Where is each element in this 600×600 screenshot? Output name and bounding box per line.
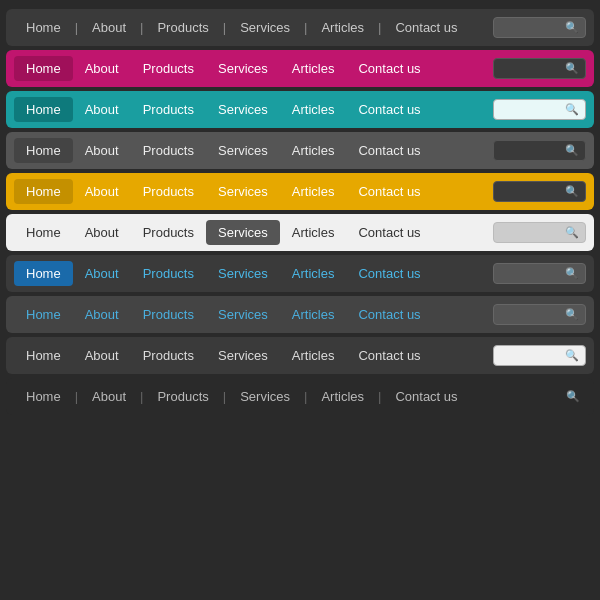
search-box-row6[interactable]: 🔍 [493, 222, 586, 243]
search-icon-row2[interactable]: 🔍 [565, 62, 579, 75]
search-box-row4[interactable]: 🔍 [493, 140, 586, 161]
nav-item-home-row8[interactable]: Home [14, 302, 73, 327]
nav-item-about-row6[interactable]: About [73, 220, 131, 245]
nav-item-products-row3[interactable]: Products [131, 97, 206, 122]
separator-0-3: | [221, 20, 228, 35]
nav-item-articles-row5[interactable]: Articles [280, 179, 347, 204]
search-box-row7[interactable]: 🔍 [493, 263, 586, 284]
search-box-row5[interactable]: 🔍 [493, 181, 586, 202]
nav-item-home-row1[interactable]: Home [14, 15, 73, 40]
nav-item-products-row4[interactable]: Products [131, 138, 206, 163]
separator-9-1: | [73, 389, 80, 404]
search-input-row2[interactable] [500, 63, 565, 75]
search-icon-row6[interactable]: 🔍 [565, 226, 579, 239]
nav-item-home-row6[interactable]: Home [14, 220, 73, 245]
nav-item-about-row10[interactable]: About [80, 384, 138, 409]
nav-item-services-row8[interactable]: Services [206, 302, 280, 327]
search-icon-row7[interactable]: 🔍 [565, 267, 579, 280]
nav-item-articles-row1[interactable]: Articles [309, 15, 376, 40]
nav-item-services-row10[interactable]: Services [228, 384, 302, 409]
nav-item-home-row2[interactable]: Home [14, 56, 73, 81]
search-input-row10[interactable] [501, 391, 566, 403]
search-box-row10[interactable]: 🔍 [495, 387, 586, 406]
nav-item-contact-us-row5[interactable]: Contact us [346, 179, 432, 204]
nav-item-services-row1[interactable]: Services [228, 15, 302, 40]
nav-item-home-row9[interactable]: Home [14, 343, 73, 368]
nav-item-services-row9[interactable]: Services [206, 343, 280, 368]
nav-item-contact-us-row8[interactable]: Contact us [346, 302, 432, 327]
nav-item-products-row8[interactable]: Products [131, 302, 206, 327]
search-input-row4[interactable] [500, 145, 565, 157]
search-input-row1[interactable] [500, 22, 565, 34]
nav-item-home-row3[interactable]: Home [14, 97, 73, 122]
search-box-row1[interactable]: 🔍 [493, 17, 586, 38]
search-icon-row1[interactable]: 🔍 [565, 21, 579, 34]
nav-item-products-row1[interactable]: Products [145, 15, 220, 40]
nav-bar-9: HomeAboutProductsServicesArticlesContact… [6, 337, 594, 374]
nav-item-services-row7[interactable]: Services [206, 261, 280, 286]
search-icon-row5[interactable]: 🔍 [565, 185, 579, 198]
nav-item-home-row4[interactable]: Home [14, 138, 73, 163]
nav-item-articles-row8[interactable]: Articles [280, 302, 347, 327]
nav-item-articles-row2[interactable]: Articles [280, 56, 347, 81]
nav-item-articles-row3[interactable]: Articles [280, 97, 347, 122]
nav-item-articles-row4[interactable]: Articles [280, 138, 347, 163]
nav-item-articles-row7[interactable]: Articles [280, 261, 347, 286]
nav-item-contact-us-row2[interactable]: Contact us [346, 56, 432, 81]
nav-item-home-row10[interactable]: Home [14, 384, 73, 409]
search-box-row3[interactable]: 🔍 [493, 99, 586, 120]
nav-item-contact-us-row3[interactable]: Contact us [346, 97, 432, 122]
nav-item-about-row3[interactable]: About [73, 97, 131, 122]
separator-9-3: | [221, 389, 228, 404]
nav-item-about-row1[interactable]: About [80, 15, 138, 40]
nav-item-products-row9[interactable]: Products [131, 343, 206, 368]
search-box-row2[interactable]: 🔍 [493, 58, 586, 79]
nav-item-products-row7[interactable]: Products [131, 261, 206, 286]
nav-item-services-row4[interactable]: Services [206, 138, 280, 163]
page-wrapper: Home|About|Products|Services|Articles|Co… [0, 0, 600, 424]
nav-item-services-row5[interactable]: Services [206, 179, 280, 204]
nav-item-contact-us-row9[interactable]: Contact us [346, 343, 432, 368]
search-box-row8[interactable]: 🔍 [493, 304, 586, 325]
nav-items-1: Home|About|Products|Services|Articles|Co… [14, 15, 493, 40]
nav-item-products-row10[interactable]: Products [145, 384, 220, 409]
search-box-row9[interactable]: 🔍 [493, 345, 586, 366]
nav-item-products-row2[interactable]: Products [131, 56, 206, 81]
nav-item-home-row5[interactable]: Home [14, 179, 73, 204]
search-icon-row8[interactable]: 🔍 [565, 308, 579, 321]
nav-item-articles-row10[interactable]: Articles [309, 384, 376, 409]
nav-item-products-row5[interactable]: Products [131, 179, 206, 204]
search-icon-row3[interactable]: 🔍 [565, 103, 579, 116]
nav-item-articles-row9[interactable]: Articles [280, 343, 347, 368]
nav-item-contact-us-row1[interactable]: Contact us [383, 15, 469, 40]
search-input-row6[interactable] [500, 227, 565, 239]
nav-item-about-row9[interactable]: About [73, 343, 131, 368]
nav-item-about-row4[interactable]: About [73, 138, 131, 163]
search-input-row9[interactable] [500, 350, 565, 362]
nav-items-8: HomeAboutProductsServicesArticlesContact… [14, 302, 493, 327]
separator-9-2: | [138, 389, 145, 404]
nav-item-about-row5[interactable]: About [73, 179, 131, 204]
nav-item-services-row2[interactable]: Services [206, 56, 280, 81]
search-icon-row9[interactable]: 🔍 [565, 349, 579, 362]
nav-item-contact-us-row6[interactable]: Contact us [346, 220, 432, 245]
nav-item-about-row7[interactable]: About [73, 261, 131, 286]
search-input-row7[interactable] [500, 268, 565, 280]
search-input-row3[interactable] [500, 104, 565, 116]
nav-item-products-row6[interactable]: Products [131, 220, 206, 245]
search-input-row5[interactable] [500, 186, 565, 198]
nav-item-contact-us-row4[interactable]: Contact us [346, 138, 432, 163]
nav-item-services-row3[interactable]: Services [206, 97, 280, 122]
nav-item-home-row7[interactable]: Home [14, 261, 73, 286]
search-input-row8[interactable] [500, 309, 565, 321]
nav-item-articles-row6[interactable]: Articles [280, 220, 347, 245]
search-icon-row10[interactable]: 🔍 [566, 390, 580, 403]
nav-bar-10: Home|About|Products|Services|Articles|Co… [6, 378, 594, 415]
nav-item-about-row8[interactable]: About [73, 302, 131, 327]
nav-item-about-row2[interactable]: About [73, 56, 131, 81]
nav-item-contact-us-row7[interactable]: Contact us [346, 261, 432, 286]
nav-item-contact-us-row10[interactable]: Contact us [383, 384, 469, 409]
nav-item-services-row6[interactable]: Services [206, 220, 280, 245]
search-icon-row4[interactable]: 🔍 [565, 144, 579, 157]
nav-bar-4: HomeAboutProductsServicesArticlesContact… [6, 132, 594, 169]
